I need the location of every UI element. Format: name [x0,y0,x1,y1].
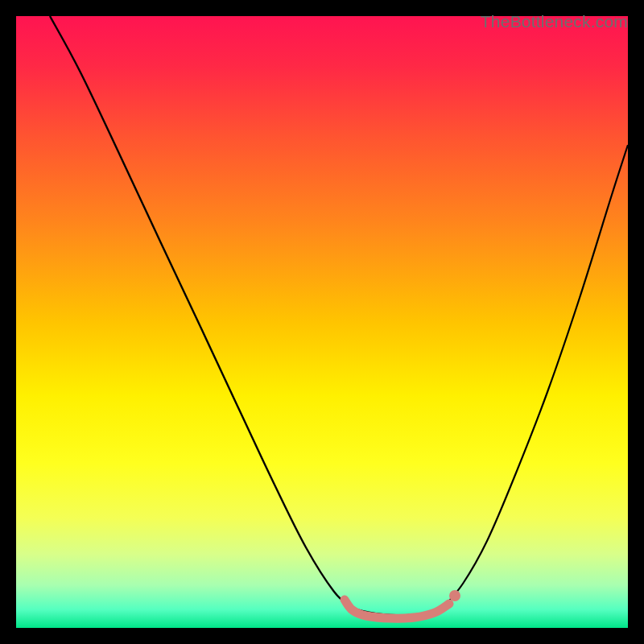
valley-highlight [345,600,449,618]
chart-frame [8,8,636,636]
bottleneck-chart [16,16,628,628]
left-curve [50,16,443,615]
watermark-text: TheBottleneck.com [481,12,628,31]
chart-svg [16,16,628,628]
valley-dot [449,590,460,601]
right-curve [443,145,628,608]
